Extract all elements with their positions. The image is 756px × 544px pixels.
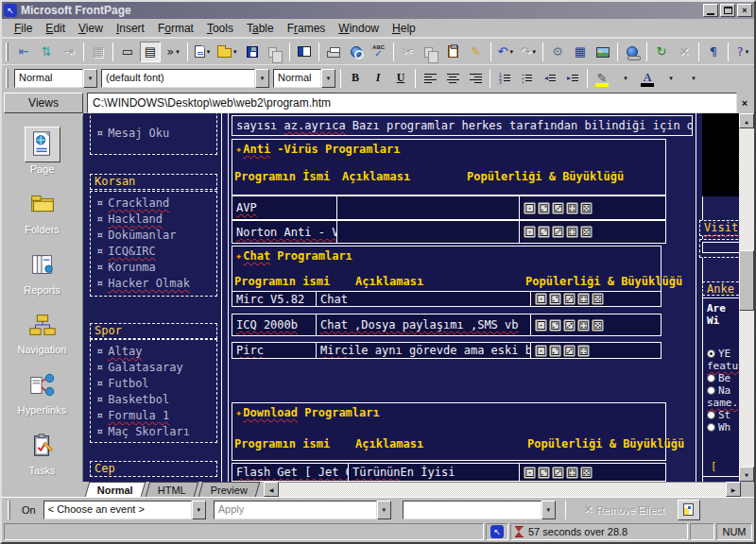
- menu-help[interactable]: Help: [386, 20, 422, 37]
- sidebar-item-page[interactable]: Page: [2, 121, 82, 181]
- tab-html[interactable]: HTML: [146, 482, 199, 497]
- document-editor[interactable]: ¤Mesaj OkuKorsan¤Crackland¤Hackland¤Dokü…: [83, 113, 754, 482]
- event-combo[interactable]: < Choose an event > ▾: [43, 501, 206, 519]
- help-button[interactable]: ?▾: [732, 42, 753, 62]
- menu-file[interactable]: File: [8, 20, 39, 37]
- scroll-left-button[interactable]: ◀: [264, 482, 279, 497]
- sidebar-item-tasks[interactable]: Tasks: [2, 421, 82, 482]
- numbered-list-button[interactable]: [494, 68, 515, 89]
- menu-view[interactable]: View: [72, 20, 110, 37]
- size-combo[interactable]: Normal ▾: [273, 69, 335, 88]
- scroll-down-button[interactable]: ▼: [739, 467, 754, 482]
- horizontal-scrollbar-track[interactable]: [279, 482, 726, 497]
- event-combo-dropdown-icon[interactable]: ▾: [192, 501, 206, 519]
- tab-normal[interactable]: Normal: [85, 482, 146, 497]
- menu-frames[interactable]: Frames: [281, 20, 333, 37]
- highlight-color-button[interactable]: ✎: [592, 68, 612, 89]
- nav-link[interactable]: ¤Hackland: [93, 212, 215, 228]
- nav-link[interactable]: ¤Futbol: [93, 376, 215, 392]
- bulleted-list-button[interactable]: [517, 68, 538, 89]
- visit-link[interactable]: Visit: [699, 220, 743, 236]
- font-color-dropdown-button[interactable]: ▾: [660, 68, 680, 89]
- radio-button[interactable]: [707, 423, 715, 432]
- open-button[interactable]: ▾: [215, 42, 239, 62]
- preview-in-browser-button[interactable]: [346, 42, 367, 62]
- menu-edit[interactable]: Edit: [39, 20, 72, 37]
- radio-button[interactable]: [707, 386, 715, 395]
- sidebar-item-reports[interactable]: Reports: [2, 241, 82, 301]
- toolbar-grip[interactable]: [8, 501, 10, 519]
- close-page-icon[interactable]: ×: [737, 93, 752, 113]
- undo-button[interactable]: ↶▾: [495, 42, 516, 62]
- scrollbar-thumb[interactable]: [739, 250, 754, 311]
- navigation-view-button[interactable]: ⇅: [36, 42, 57, 62]
- nav-link[interactable]: ¤Galatasaray: [93, 360, 215, 376]
- save-button[interactable]: [242, 42, 263, 62]
- radio-button[interactable]: [707, 349, 715, 358]
- highlight-dropdown-button[interactable]: ▾: [614, 68, 635, 89]
- style-combo[interactable]: Normal ▾: [14, 69, 97, 88]
- align-center-button[interactable]: [442, 68, 463, 89]
- promote-button[interactable]: ⇤: [13, 42, 34, 62]
- sidebar-item-navigation[interactable]: Navigation: [2, 301, 82, 362]
- radio-button[interactable]: [707, 411, 715, 419]
- paste-button[interactable]: [443, 42, 464, 62]
- nav-link[interactable]: ¤Mesaj Oku: [93, 126, 215, 142]
- font-color-button[interactable]: A: [637, 68, 658, 89]
- menu-format[interactable]: Format: [151, 20, 200, 37]
- text-input[interactable]: [702, 242, 740, 253]
- menu-window[interactable]: Window: [332, 20, 386, 37]
- frame-page-button[interactable]: ▭: [117, 42, 138, 62]
- underline-button[interactable]: U: [390, 68, 411, 89]
- shared-borders-button[interactable]: ▤: [140, 42, 161, 62]
- insert-component-button[interactable]: ⚙: [547, 42, 568, 62]
- nav-link[interactable]: ¤Hacker Olmak: [93, 276, 215, 292]
- highlight-dynamic-effects-button[interactable]: [678, 500, 700, 520]
- minimize-button[interactable]: [703, 4, 718, 17]
- increase-indent-button[interactable]: ▸: [562, 68, 583, 89]
- size-combo-dropdown-icon[interactable]: ▾: [321, 69, 335, 88]
- decrease-indent-button[interactable]: ◂: [540, 68, 560, 89]
- maximize-button[interactable]: [720, 4, 735, 17]
- toolbar-options-button[interactable]: ▾: [682, 68, 703, 89]
- print-button[interactable]: [323, 42, 344, 62]
- radio-button[interactable]: [707, 374, 715, 382]
- font-combo-dropdown-icon[interactable]: ▾: [255, 69, 269, 88]
- style-combo-dropdown-icon[interactable]: ▾: [83, 69, 97, 88]
- nav-link[interactable]: ¤Korunma: [93, 260, 215, 276]
- location-bar[interactable]: C:\WINDOWS\Desktop\web\web2\program.htm: [87, 93, 737, 113]
- toolbar-grip[interactable]: [6, 42, 9, 61]
- toolbar-grip[interactable]: [6, 69, 9, 88]
- nav-link[interactable]: ¤Maç Skorları: [93, 424, 215, 440]
- scroll-up-button[interactable]: ▲: [739, 113, 754, 128]
- menu-tools[interactable]: Tools: [200, 20, 240, 37]
- menu-insert[interactable]: Insert: [110, 20, 151, 37]
- italic-button[interactable]: I: [368, 68, 388, 89]
- vertical-scrollbar[interactable]: ▲▼: [739, 113, 754, 482]
- nav-link[interactable]: ¤Formula 1: [93, 408, 215, 424]
- tab-preview[interactable]: Preview: [198, 482, 261, 497]
- align-right-button[interactable]: [465, 68, 486, 89]
- font-combo[interactable]: (default font) ▾: [101, 69, 269, 88]
- nav-link[interactable]: ¤Crackland: [93, 196, 215, 212]
- menu-table[interactable]: Table: [240, 20, 281, 37]
- more-buttons-button[interactable]: »▾: [163, 42, 183, 62]
- refresh-button[interactable]: ↻: [651, 42, 672, 62]
- sidebar-item-folders[interactable]: Folders: [2, 181, 82, 242]
- insert-picture-button[interactable]: [593, 42, 613, 62]
- close-button[interactable]: ×: [737, 4, 752, 17]
- insert-table-button[interactable]: ▦: [570, 42, 591, 62]
- nav-link[interactable]: ¤Altay: [93, 344, 215, 360]
- show-all-button[interactable]: ¶: [703, 42, 724, 62]
- align-left-button[interactable]: [420, 68, 440, 89]
- new-page-button[interactable]: ▾: [192, 42, 213, 62]
- hyperlink-button[interactable]: [622, 42, 643, 62]
- scroll-right-button[interactable]: ▶: [726, 482, 741, 497]
- folder-list-button[interactable]: [294, 42, 315, 62]
- bold-button[interactable]: B: [345, 68, 366, 89]
- spelling-button[interactable]: ABC✓: [369, 42, 389, 62]
- nav-link[interactable]: ¤Dokümanlar: [93, 228, 215, 244]
- nav-link[interactable]: ¤Basketbol: [93, 392, 215, 408]
- sidebar-item-hyperlinks[interactable]: Hyperlinks: [2, 362, 82, 422]
- nav-link[interactable]: ¤ICQ&IRC: [93, 244, 215, 260]
